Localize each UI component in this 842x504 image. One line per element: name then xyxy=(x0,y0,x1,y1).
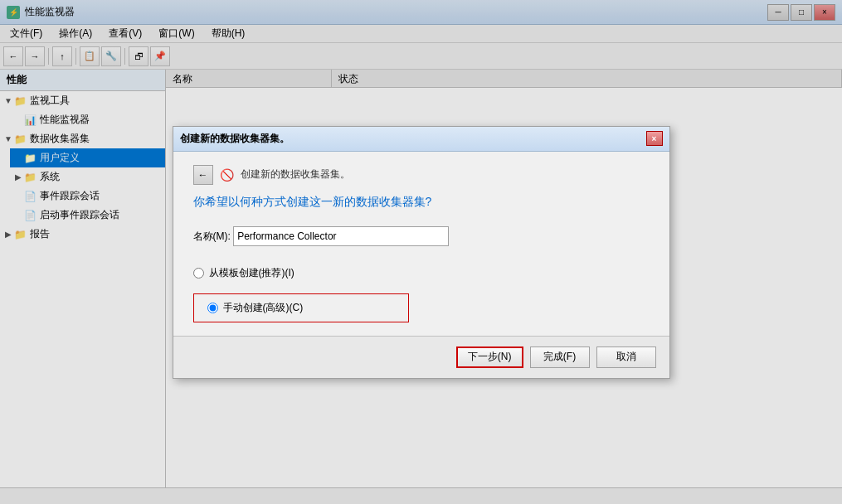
finish-button[interactable]: 完成(F) xyxy=(530,346,590,368)
dialog-content: ← 🚫 创建新的数据收集器集。 你希望以何种方式创建这一新的数据收集器集? 名称… xyxy=(173,152,669,336)
step-text: 创建新的数据收集器集。 xyxy=(241,167,350,182)
radio-option-manual[interactable]: 手动创建(高级)(C) xyxy=(207,301,304,315)
dialog-back-button[interactable]: ← xyxy=(193,165,213,185)
step-icon: 🚫 xyxy=(220,168,234,182)
radio-manual[interactable] xyxy=(207,303,218,313)
cancel-button[interactable]: 取消 xyxy=(596,346,656,368)
radio-option-manual-box: 手动创建(高级)(C) xyxy=(193,293,409,322)
dialog-title: 创建新的数据收集器集。 xyxy=(180,132,290,146)
radio-group: 从模板创建(推荐)(I) 手动创建(高级)(C) xyxy=(193,266,650,322)
dialog-title-bar: 创建新的数据收集器集。 × xyxy=(173,127,669,152)
main-window: ⚡ 性能监视器 ─ □ × 文件(F) 操作(A) 查看(V) 窗口(W) 帮助… xyxy=(0,0,842,504)
radio-template-label[interactable]: 从模板创建(推荐)(I) xyxy=(209,266,294,280)
dialog-nav: ← 🚫 创建新的数据收集器集。 xyxy=(193,165,650,185)
dialog-overlay: 创建新的数据收集器集。 × ← 🚫 创建新的数据收集器集。 你希望以何种方式创建… xyxy=(0,0,842,504)
name-label: 名称(M): xyxy=(193,230,231,242)
radio-option-template[interactable]: 从模板创建(推荐)(I) xyxy=(193,266,650,280)
dialog-footer: 下一步(N) 完成(F) 取消 xyxy=(173,336,669,378)
name-input[interactable] xyxy=(233,226,449,246)
radio-manual-label[interactable]: 手动创建(高级)(C) xyxy=(223,301,304,315)
radio-template[interactable] xyxy=(193,268,204,279)
dialog-question: 你希望以何种方式创建这一新的数据收集器集? xyxy=(193,195,650,210)
dialog: 创建新的数据收集器集。 × ← 🚫 创建新的数据收集器集。 你希望以何种方式创建… xyxy=(173,126,670,379)
dialog-close-button[interactable]: × xyxy=(646,131,663,146)
next-button[interactable]: 下一步(N) xyxy=(456,346,523,368)
